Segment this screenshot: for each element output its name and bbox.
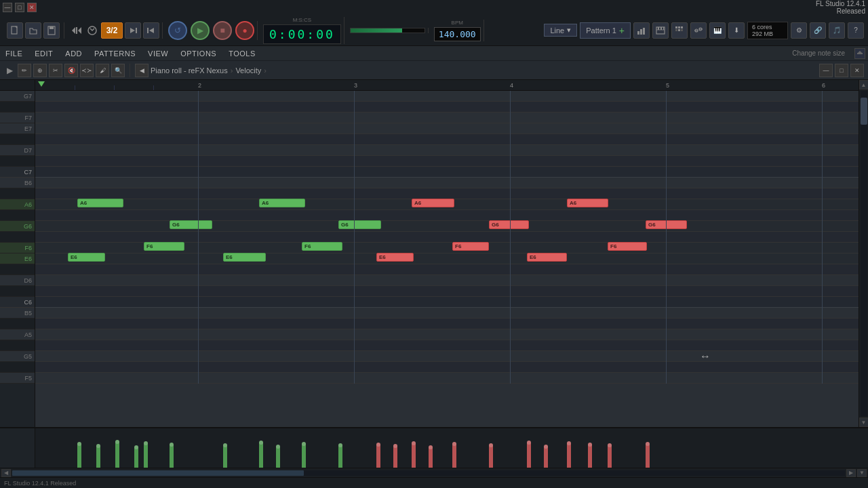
- key-g6[interactable]: G6: [0, 221, 35, 232]
- connect-icon[interactable]: 🔗: [810, 22, 826, 39]
- menu-add[interactable]: ADD: [62, 48, 85, 59]
- key-e6[interactable]: E6: [0, 253, 35, 264]
- vel-bar-4[interactable]: [134, 447, 138, 468]
- key-d6[interactable]: D6: [0, 275, 35, 286]
- note-size-indicator[interactable]: [854, 48, 865, 59]
- row-b5[interactable]: [35, 308, 859, 319]
- menu-file[interactable]: FILE: [3, 48, 25, 59]
- key-c6[interactable]: C6: [0, 297, 35, 308]
- minimize-button[interactable]: —: [3, 3, 12, 12]
- row-f5[interactable]: [35, 373, 859, 384]
- key-as6[interactable]: [0, 188, 35, 199]
- select-tool[interactable]: ⊕: [33, 64, 47, 77]
- row-as6[interactable]: [35, 188, 859, 199]
- key-as5[interactable]: [0, 319, 35, 329]
- vel-bar-r9[interactable]: [567, 443, 571, 468]
- vel-bar-2[interactable]: [96, 446, 100, 468]
- row-fs7[interactable]: [35, 102, 859, 113]
- vel-bar-9[interactable]: [276, 447, 280, 468]
- vel-bar-r6[interactable]: [489, 445, 493, 468]
- hscroll-track[interactable]: [12, 470, 845, 476]
- row-b6[interactable]: [35, 178, 859, 188]
- note-e6-4[interactable]: E6: [527, 253, 567, 262]
- row-e6[interactable]: [35, 253, 859, 264]
- vel-bar-r4[interactable]: [429, 447, 433, 468]
- row-fs6[interactable]: [35, 232, 859, 243]
- stop-button[interactable]: ■: [213, 21, 232, 40]
- close-button[interactable]: ✕: [27, 3, 37, 12]
- velocity-grid[interactable]: [35, 428, 868, 468]
- step-forward[interactable]: [125, 22, 141, 39]
- vel-bar-8[interactable]: [259, 443, 263, 468]
- menu-view[interactable]: VIEW: [145, 48, 171, 59]
- row-ds6[interactable]: [35, 264, 859, 275]
- pr-nav-left[interactable]: ◀: [135, 64, 149, 77]
- line-mode-selector[interactable]: Line ▾: [544, 24, 577, 37]
- effects-icon[interactable]: [690, 22, 707, 39]
- hscroll-left-button[interactable]: ◀: [1, 469, 11, 477]
- row-ds7[interactable]: [35, 134, 859, 145]
- row-gs5[interactable]: [35, 340, 859, 351]
- key-f7[interactable]: F7: [0, 113, 35, 123]
- note-e6-2[interactable]: E6: [223, 253, 266, 262]
- row-cs6[interactable]: [35, 286, 859, 297]
- vel-bar-11[interactable]: [338, 445, 342, 468]
- key-ds7[interactable]: [0, 134, 35, 145]
- delete-tool[interactable]: ✂: [49, 64, 62, 77]
- scroll-track-vertical[interactable]: [861, 91, 867, 416]
- key-b6[interactable]: B6: [0, 178, 35, 188]
- maximize-button[interactable]: □: [15, 3, 24, 12]
- vel-bar-r12[interactable]: [646, 444, 650, 468]
- key-fs6[interactable]: [0, 232, 35, 243]
- row-d7[interactable]: [35, 145, 859, 156]
- note-f6-3[interactable]: F6: [452, 242, 489, 251]
- key-fs7[interactable]: [0, 102, 35, 113]
- vel-bar-r10[interactable]: [588, 445, 592, 468]
- paint-tool[interactable]: 🖌: [96, 64, 109, 77]
- key-g5[interactable]: G5: [0, 351, 35, 362]
- nav-arrow[interactable]: ▶: [4, 66, 16, 75]
- vel-bar-7[interactable]: [223, 445, 227, 468]
- menu-patterns[interactable]: PATTERNS: [92, 48, 138, 59]
- hscroll-down-button[interactable]: ▼: [857, 469, 867, 477]
- menu-edit[interactable]: EDIT: [32, 48, 56, 59]
- note-g6-3[interactable]: G6: [489, 220, 529, 229]
- play-button[interactable]: ▶: [191, 21, 210, 40]
- note-g6-2[interactable]: G6: [338, 220, 381, 229]
- row-g5[interactable]: [35, 351, 859, 362]
- open-button[interactable]: [25, 22, 41, 39]
- note-e6-3[interactable]: E6: [376, 253, 414, 262]
- vel-bar-r11[interactable]: [608, 445, 612, 468]
- vel-bar-r7[interactable]: [527, 443, 531, 468]
- vel-bar-1[interactable]: [77, 444, 81, 468]
- midi-icon[interactable]: 🎵: [829, 22, 845, 39]
- menu-options[interactable]: OPTIONS: [178, 48, 219, 59]
- row-as5[interactable]: [35, 319, 859, 329]
- vel-bar-6[interactable]: [170, 445, 174, 468]
- key-ds6[interactable]: [0, 264, 35, 275]
- menu-tools[interactable]: TOOLS: [226, 48, 258, 59]
- timeline-ruler[interactable]: 2 3 4 5 6: [35, 80, 859, 91]
- pattern-add-icon[interactable]: +: [619, 25, 625, 36]
- slip-tool[interactable]: ≺≻: [80, 64, 94, 77]
- hscroll-right-button[interactable]: ▶: [846, 469, 856, 477]
- loop-button[interactable]: ↺: [168, 21, 187, 40]
- vel-bar-5[interactable]: [144, 443, 148, 468]
- mixer-icon[interactable]: [633, 22, 650, 39]
- expand-btn[interactable]: □: [835, 64, 848, 77]
- hscroll-thumb[interactable]: [12, 470, 304, 476]
- bpm-display[interactable]: 140.000: [434, 27, 481, 41]
- master-slider[interactable]: [350, 28, 425, 33]
- draw-tool[interactable]: ✏: [18, 64, 31, 77]
- download-icon[interactable]: ⬇: [728, 22, 745, 39]
- note-f6-4[interactable]: F6: [608, 242, 647, 251]
- note-f6-1[interactable]: F6: [144, 242, 184, 251]
- vel-bar-r2[interactable]: [393, 446, 397, 468]
- key-gs6[interactable]: [0, 210, 35, 221]
- key-g7[interactable]: G7: [0, 91, 35, 102]
- scroll-down-button[interactable]: ▼: [859, 418, 869, 427]
- record-button[interactable]: ●: [235, 21, 254, 40]
- key-c7[interactable]: C7: [0, 167, 35, 178]
- mute-tool[interactable]: 🔇: [64, 64, 78, 77]
- note-f6-2[interactable]: F6: [302, 242, 342, 251]
